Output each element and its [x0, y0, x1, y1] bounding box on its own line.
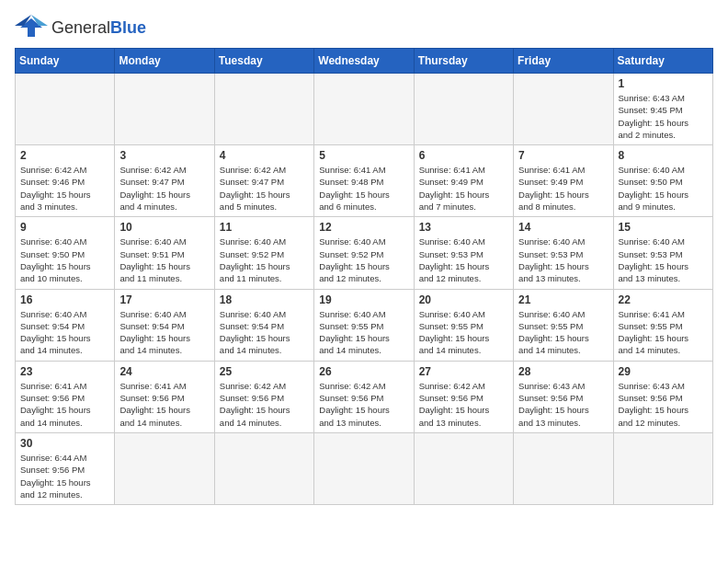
day-info: Sunrise: 6:40 AM Sunset: 9:52 PM Dayligh…: [319, 236, 408, 284]
day-number: 20: [419, 293, 508, 306]
day-info: Sunrise: 6:43 AM Sunset: 9:45 PM Dayligh…: [619, 92, 708, 141]
calendar-cell: [115, 432, 214, 504]
day-number: 26: [319, 365, 408, 378]
day-info: Sunrise: 6:41 AM Sunset: 9:56 PM Dayligh…: [119, 380, 209, 429]
day-info: Sunrise: 6:40 AM Sunset: 9:50 PM Dayligh…: [619, 164, 708, 213]
calendar-cell: 24Sunrise: 6:41 AM Sunset: 9:56 PM Dayli…: [115, 361, 214, 432]
day-number: 13: [419, 221, 508, 234]
calendar-cell: 13Sunrise: 6:40 AM Sunset: 9:53 PM Dayli…: [414, 217, 513, 289]
day-number: 25: [220, 365, 309, 378]
day-number: 3: [119, 149, 209, 162]
day-number: 19: [319, 293, 408, 306]
day-info: Sunrise: 6:40 AM Sunset: 9:53 PM Dayligh…: [518, 236, 608, 284]
week-row-3: 16Sunrise: 6:40 AM Sunset: 9:54 PM Dayli…: [16, 289, 713, 361]
calendar-cell: 17Sunrise: 6:40 AM Sunset: 9:54 PM Dayli…: [115, 289, 214, 361]
logo-icon: [15, 15, 48, 40]
day-number: 28: [518, 365, 608, 378]
calendar-cell: 18Sunrise: 6:40 AM Sunset: 9:54 PM Dayli…: [214, 289, 313, 361]
calendar-cell: 4Sunrise: 6:42 AM Sunset: 9:47 PM Daylig…: [214, 145, 313, 217]
calendar-table: SundayMondayTuesdayWednesdayThursdayFrid…: [15, 48, 713, 505]
calendar-cell: 26Sunrise: 6:42 AM Sunset: 9:56 PM Dayli…: [314, 361, 414, 432]
calendar-cell: 23Sunrise: 6:41 AM Sunset: 9:56 PM Dayli…: [16, 361, 115, 432]
calendar-cell: [314, 432, 414, 504]
calendar-cell: 28Sunrise: 6:43 AM Sunset: 9:56 PM Dayli…: [514, 361, 613, 432]
calendar-cell: 25Sunrise: 6:42 AM Sunset: 9:56 PM Dayli…: [214, 361, 313, 432]
calendar-cell: 15Sunrise: 6:40 AM Sunset: 9:53 PM Dayli…: [613, 217, 712, 289]
day-info: Sunrise: 6:40 AM Sunset: 9:51 PM Dayligh…: [119, 236, 209, 284]
calendar-cell: 27Sunrise: 6:42 AM Sunset: 9:56 PM Dayli…: [414, 361, 513, 432]
calendar-cell: [214, 74, 313, 145]
calendar-cell: 12Sunrise: 6:40 AM Sunset: 9:52 PM Dayli…: [314, 217, 414, 289]
day-info: Sunrise: 6:42 AM Sunset: 9:46 PM Dayligh…: [20, 164, 109, 213]
day-number: 5: [319, 149, 408, 162]
day-number: 23: [20, 365, 109, 378]
week-row-1: 2Sunrise: 6:42 AM Sunset: 9:46 PM Daylig…: [16, 145, 713, 217]
day-info: Sunrise: 6:41 AM Sunset: 9:48 PM Dayligh…: [319, 164, 408, 213]
day-info: Sunrise: 6:40 AM Sunset: 9:54 PM Dayligh…: [119, 308, 209, 357]
calendar-cell: 6Sunrise: 6:41 AM Sunset: 9:49 PM Daylig…: [414, 145, 513, 217]
day-info: Sunrise: 6:42 AM Sunset: 9:56 PM Dayligh…: [419, 380, 508, 429]
day-info: Sunrise: 6:42 AM Sunset: 9:56 PM Dayligh…: [220, 380, 309, 429]
day-number: 21: [518, 293, 608, 306]
calendar-cell: [514, 432, 613, 504]
calendar-cell: 16Sunrise: 6:40 AM Sunset: 9:54 PM Dayli…: [16, 289, 115, 361]
day-number: 22: [619, 293, 708, 306]
calendar-cell: 9Sunrise: 6:40 AM Sunset: 9:50 PM Daylig…: [16, 217, 115, 289]
day-info: Sunrise: 6:44 AM Sunset: 9:56 PM Dayligh…: [20, 452, 109, 500]
day-number: 18: [220, 293, 309, 306]
calendar-cell: 2Sunrise: 6:42 AM Sunset: 9:46 PM Daylig…: [16, 145, 115, 217]
calendar-cell: 21Sunrise: 6:40 AM Sunset: 9:55 PM Dayli…: [514, 289, 613, 361]
calendar-cell: 14Sunrise: 6:40 AM Sunset: 9:53 PM Dayli…: [514, 217, 613, 289]
day-info: Sunrise: 6:40 AM Sunset: 9:54 PM Dayligh…: [220, 308, 309, 357]
day-info: Sunrise: 6:40 AM Sunset: 9:54 PM Dayligh…: [20, 308, 109, 357]
calendar-cell: 22Sunrise: 6:41 AM Sunset: 9:55 PM Dayli…: [613, 289, 712, 361]
calendar-cell: [115, 74, 214, 145]
day-info: Sunrise: 6:42 AM Sunset: 9:56 PM Dayligh…: [319, 380, 408, 429]
calendar-cell: 30Sunrise: 6:44 AM Sunset: 9:56 PM Dayli…: [16, 432, 115, 504]
day-info: Sunrise: 6:43 AM Sunset: 9:56 PM Dayligh…: [619, 380, 708, 429]
calendar-cell: 19Sunrise: 6:40 AM Sunset: 9:55 PM Dayli…: [314, 289, 414, 361]
calendar-cell: [613, 432, 712, 504]
day-info: Sunrise: 6:41 AM Sunset: 9:55 PM Dayligh…: [619, 308, 708, 357]
day-number: 24: [119, 365, 209, 378]
day-info: Sunrise: 6:40 AM Sunset: 9:55 PM Dayligh…: [319, 308, 408, 357]
day-info: Sunrise: 6:40 AM Sunset: 9:52 PM Dayligh…: [220, 236, 309, 284]
day-number: 11: [220, 221, 309, 234]
day-number: 27: [419, 365, 508, 378]
logo-text: GeneralBlue: [51, 18, 146, 38]
day-info: Sunrise: 6:40 AM Sunset: 9:50 PM Dayligh…: [20, 236, 109, 284]
calendar-cell: [214, 432, 313, 504]
day-number: 2: [20, 149, 109, 162]
calendar-cell: 1Sunrise: 6:43 AM Sunset: 9:45 PM Daylig…: [613, 74, 712, 145]
day-number: 6: [419, 149, 508, 162]
day-number: 14: [518, 221, 608, 234]
calendar-cell: 7Sunrise: 6:41 AM Sunset: 9:49 PM Daylig…: [514, 145, 613, 217]
day-number: 8: [619, 149, 708, 162]
day-info: Sunrise: 6:42 AM Sunset: 9:47 PM Dayligh…: [119, 164, 209, 213]
calendar-cell: 5Sunrise: 6:41 AM Sunset: 9:48 PM Daylig…: [314, 145, 414, 217]
day-number: 16: [20, 293, 109, 306]
calendar-container: GeneralBlue SundayMondayTuesdayWednesday…: [15, 15, 713, 505]
logo: GeneralBlue: [15, 15, 146, 40]
day-number: 12: [319, 221, 408, 234]
day-info: Sunrise: 6:41 AM Sunset: 9:56 PM Dayligh…: [20, 380, 109, 429]
day-number: 4: [220, 149, 309, 162]
calendar-cell: 20Sunrise: 6:40 AM Sunset: 9:55 PM Dayli…: [414, 289, 513, 361]
header-saturday: Saturday: [613, 49, 712, 74]
calendar-cell: [16, 74, 115, 145]
day-info: Sunrise: 6:41 AM Sunset: 9:49 PM Dayligh…: [419, 164, 508, 213]
day-info: Sunrise: 6:42 AM Sunset: 9:47 PM Dayligh…: [220, 164, 309, 213]
calendar-cell: [314, 74, 414, 145]
day-info: Sunrise: 6:43 AM Sunset: 9:56 PM Dayligh…: [518, 380, 608, 429]
day-number: 17: [119, 293, 209, 306]
header-friday: Friday: [514, 49, 613, 74]
week-row-0: 1Sunrise: 6:43 AM Sunset: 9:45 PM Daylig…: [16, 74, 713, 145]
header-tuesday: Tuesday: [214, 49, 313, 74]
calendar-cell: [414, 432, 513, 504]
day-number: 15: [619, 221, 708, 234]
week-row-4: 23Sunrise: 6:41 AM Sunset: 9:56 PM Dayli…: [16, 361, 713, 432]
calendar-cell: 29Sunrise: 6:43 AM Sunset: 9:56 PM Dayli…: [613, 361, 712, 432]
header-thursday: Thursday: [414, 49, 513, 74]
week-row-2: 9Sunrise: 6:40 AM Sunset: 9:50 PM Daylig…: [16, 217, 713, 289]
day-number: 29: [619, 365, 708, 378]
